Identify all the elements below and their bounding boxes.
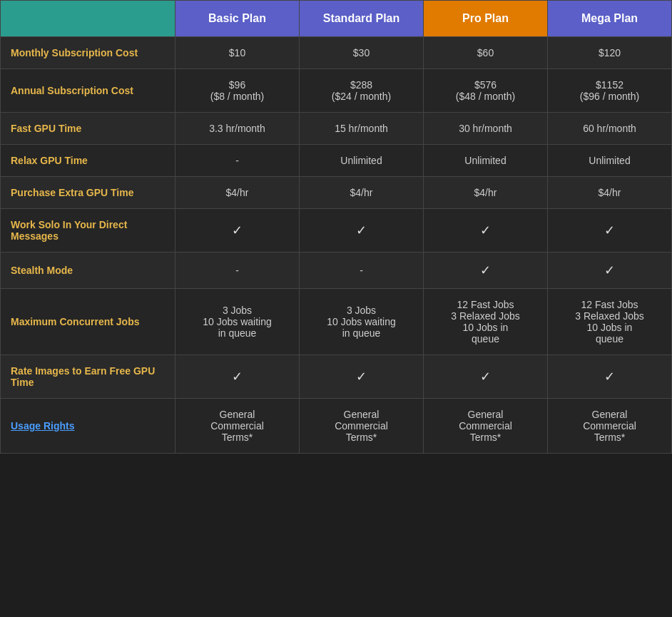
cell-mega: $1152($96 / month) [548, 69, 672, 113]
cell-pro: Unlimited [424, 145, 548, 177]
cell-basic: ✓ [175, 209, 300, 253]
table-row: Relax GPU Time-UnlimitedUnlimitedUnlimit… [1, 145, 672, 177]
cell-basic: 3 Jobs10 Jobs waitingin queue [175, 289, 300, 355]
header-feature [1, 1, 175, 37]
table-row: Fast GPU Time3.3 hr/month15 hr/month30 h… [1, 113, 672, 145]
feature-label: Purchase Extra GPU Time [1, 177, 175, 209]
table-row: Rate Images to Earn Free GPU Time✓✓✓✓ [1, 355, 672, 399]
cell-pro: ✓ [424, 253, 548, 289]
checkmark-icon: ✓ [604, 223, 615, 238]
table-row: Annual Subscription Cost$96($8 / month)$… [1, 69, 672, 113]
cell-pro: GeneralCommercialTerms* [424, 399, 548, 454]
cell-mega: Unlimited [548, 145, 672, 177]
header-basic: Basic Plan [175, 1, 300, 37]
header-pro: Pro Plan [424, 1, 548, 37]
cell-standard: $288($24 / month) [300, 69, 424, 113]
feature-label: Rate Images to Earn Free GPU Time [1, 355, 175, 399]
checkmark-icon: ✓ [480, 369, 491, 384]
cell-pro: 30 hr/month [424, 113, 548, 145]
feature-label: Maximum Concurrent Jobs [1, 289, 175, 355]
cell-pro: 12 Fast Jobs3 Relaxed Jobs10 Jobs inqueu… [424, 289, 548, 355]
cell-standard: ✓ [300, 355, 424, 399]
cell-mega: $120 [548, 37, 672, 69]
cell-pro: $60 [424, 37, 548, 69]
cell-basic: 3.3 hr/month [175, 113, 300, 145]
feature-label[interactable]: Usage Rights [1, 399, 175, 454]
feature-label: Work Solo In Your Direct Messages [1, 209, 175, 253]
cell-mega: GeneralCommercialTerms* [548, 399, 672, 454]
cell-mega: 60 hr/month [548, 113, 672, 145]
cell-standard: Unlimited [300, 145, 424, 177]
feature-label: Monthly Subscription Cost [1, 37, 175, 69]
pricing-table-wrapper: Basic Plan Standard Plan Pro Plan Mega P… [0, 0, 672, 454]
cell-basic: $10 [175, 37, 300, 69]
cell-basic: ✓ [175, 355, 300, 399]
cell-basic: $96($8 / month) [175, 69, 300, 113]
table-row: Stealth Mode--✓✓ [1, 253, 672, 289]
checkmark-icon: ✓ [480, 223, 491, 238]
cell-mega: ✓ [548, 355, 672, 399]
cell-basic: GeneralCommercialTerms* [175, 399, 300, 454]
header-mega: Mega Plan [548, 1, 672, 37]
checkmark-icon: ✓ [480, 263, 491, 277]
cell-pro: $576($48 / month) [424, 69, 548, 113]
cell-standard: 3 Jobs10 Jobs waitingin queue [300, 289, 424, 355]
cell-pro: $4/hr [424, 177, 548, 209]
checkmark-icon: ✓ [604, 369, 615, 384]
cell-standard: GeneralCommercialTerms* [300, 399, 424, 454]
pricing-table: Basic Plan Standard Plan Pro Plan Mega P… [0, 0, 672, 454]
cell-mega: 12 Fast Jobs3 Relaxed Jobs10 Jobs inqueu… [548, 289, 672, 355]
cell-standard: $4/hr [300, 177, 424, 209]
cell-basic: $4/hr [175, 177, 300, 209]
checkmark-icon: ✓ [232, 223, 243, 238]
feature-label: Relax GPU Time [1, 145, 175, 177]
cell-pro: ✓ [424, 209, 548, 253]
table-row: Usage RightsGeneralCommercialTerms*Gener… [1, 399, 672, 454]
cell-standard: $30 [300, 37, 424, 69]
checkmark-icon: ✓ [356, 223, 367, 238]
usage-rights-link[interactable]: Usage Rights [11, 420, 74, 432]
feature-label: Stealth Mode [1, 253, 175, 289]
cell-mega: ✓ [548, 253, 672, 289]
cell-pro: ✓ [424, 355, 548, 399]
table-row: Work Solo In Your Direct Messages✓✓✓✓ [1, 209, 672, 253]
header-standard: Standard Plan [300, 1, 424, 37]
cell-mega: $4/hr [548, 177, 672, 209]
cell-standard: 15 hr/month [300, 113, 424, 145]
cell-standard: ✓ [300, 209, 424, 253]
cell-basic: - [175, 145, 300, 177]
checkmark-icon: ✓ [604, 263, 615, 277]
cell-basic: - [175, 253, 300, 289]
table-row: Purchase Extra GPU Time$4/hr$4/hr$4/hr$4… [1, 177, 672, 209]
cell-mega: ✓ [548, 209, 672, 253]
checkmark-icon: ✓ [232, 369, 243, 384]
table-row: Maximum Concurrent Jobs3 Jobs10 Jobs wai… [1, 289, 672, 355]
checkmark-icon: ✓ [356, 369, 367, 384]
feature-label: Fast GPU Time [1, 113, 175, 145]
feature-label: Annual Subscription Cost [1, 69, 175, 113]
cell-standard: - [300, 253, 424, 289]
table-row: Monthly Subscription Cost$10$30$60$120 [1, 37, 672, 69]
